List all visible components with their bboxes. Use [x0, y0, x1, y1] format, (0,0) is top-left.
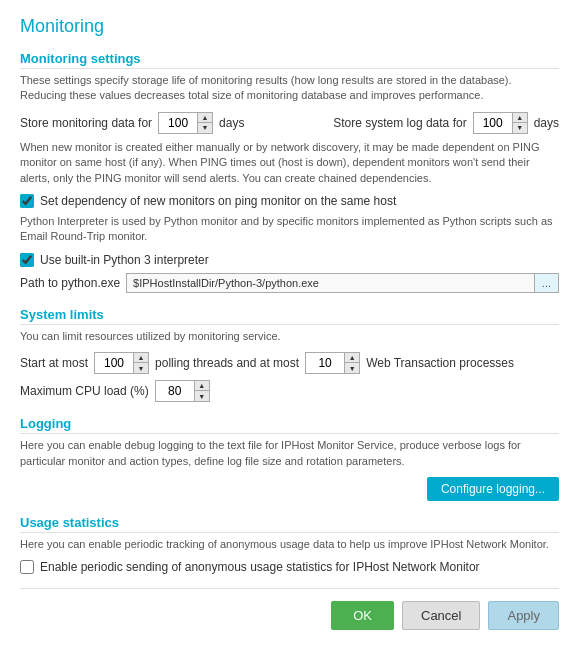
ping-checkbox-row: Set dependency of new monitors on ping m… [20, 194, 559, 208]
store-syslog-spinbox[interactable]: ▲ ▼ [473, 112, 528, 134]
python-desc: Python Interpreter is used by Python mon… [20, 214, 559, 245]
browse-button[interactable]: ... [535, 273, 559, 293]
store-data-row: Store monitoring data for ▲ ▼ days Store… [20, 112, 559, 134]
cpu-up-btn[interactable]: ▲ [195, 381, 209, 391]
start-down-btn[interactable]: ▼ [134, 363, 148, 373]
cpu-input[interactable] [156, 382, 194, 400]
usage-statistics-desc: Here you can enable periodic tracking of… [20, 537, 559, 552]
cpu-down-btn[interactable]: ▼ [195, 391, 209, 401]
store-syslog-input[interactable] [474, 114, 512, 132]
cpu-label: Maximum CPU load (%) [20, 384, 149, 398]
path-row: Path to python.exe ... [20, 273, 559, 293]
store-syslog-label-pre: Store system log data for [333, 116, 466, 130]
cpu-row: Maximum CPU load (%) ▲ ▼ [20, 380, 559, 402]
monitoring-settings-section: Monitoring settings These settings speci… [20, 51, 559, 293]
logging-section: Logging Here you can enable debug loggin… [20, 416, 559, 501]
start-at-most-row: Start at most ▲ ▼ polling threads and at… [20, 352, 559, 374]
store-syslog-spinbox-btns: ▲ ▼ [512, 113, 527, 133]
store-syslog-up-btn[interactable]: ▲ [513, 113, 527, 123]
store-data-down-btn[interactable]: ▼ [198, 123, 212, 133]
store-syslog-label-post: days [534, 116, 559, 130]
path-input[interactable] [126, 273, 535, 293]
threads-down-btn[interactable]: ▼ [345, 363, 359, 373]
page-title: Monitoring [20, 16, 559, 37]
store-data-spinbox-btns: ▲ ▼ [197, 113, 212, 133]
path-label: Path to python.exe [20, 276, 120, 290]
monitoring-settings-title: Monitoring settings [20, 51, 559, 69]
system-limits-section: System limits You can limit resources ut… [20, 307, 559, 402]
store-data-spinbox[interactable]: ▲ ▼ [158, 112, 213, 134]
start-up-btn[interactable]: ▲ [134, 353, 148, 363]
start-spinbox[interactable]: ▲ ▼ [94, 352, 149, 374]
bottom-bar: OK Cancel Apply [20, 588, 559, 630]
store-data-up-btn[interactable]: ▲ [198, 113, 212, 123]
system-limits-title: System limits [20, 307, 559, 325]
start-spinbox-btns: ▲ ▼ [133, 353, 148, 373]
cancel-button[interactable]: Cancel [402, 601, 480, 630]
start-input[interactable] [95, 354, 133, 372]
web-label: Web Transaction processes [366, 356, 514, 370]
start-label: Start at most [20, 356, 88, 370]
main-page: Monitoring Monitoring settings These set… [0, 0, 579, 664]
configure-logging-button[interactable]: Configure logging... [427, 477, 559, 501]
threads-spinbox-btns: ▲ ▼ [344, 353, 359, 373]
store-syslog-down-btn[interactable]: ▼ [513, 123, 527, 133]
system-limits-desc: You can limit resources utilized by moni… [20, 329, 559, 344]
cpu-spinbox-btns: ▲ ▼ [194, 381, 209, 401]
cpu-spinbox[interactable]: ▲ ▼ [155, 380, 210, 402]
threads-input[interactable] [306, 354, 344, 372]
python-checkbox-label: Use built-in Python 3 interpreter [40, 253, 209, 267]
usage-statistics-section: Usage statistics Here you can enable per… [20, 515, 559, 574]
usage-checkbox-row: Enable periodic sending of anonymous usa… [20, 560, 559, 574]
python-checkbox[interactable] [20, 253, 34, 267]
usage-checkbox-label: Enable periodic sending of anonymous usa… [40, 560, 480, 574]
threads-spinbox[interactable]: ▲ ▼ [305, 352, 360, 374]
monitoring-settings-desc: These settings specify storage life of m… [20, 73, 559, 104]
ping-checkbox[interactable] [20, 194, 34, 208]
store-data-input[interactable] [159, 114, 197, 132]
logging-desc: Here you can enable debug logging to the… [20, 438, 559, 469]
store-data-label-post: days [219, 116, 244, 130]
threads-up-btn[interactable]: ▲ [345, 353, 359, 363]
usage-checkbox[interactable] [20, 560, 34, 574]
store-data-label-pre: Store monitoring data for [20, 116, 152, 130]
threads-label: polling threads and at most [155, 356, 299, 370]
usage-statistics-title: Usage statistics [20, 515, 559, 533]
python-checkbox-row: Use built-in Python 3 interpreter [20, 253, 559, 267]
ping-checkbox-label: Set dependency of new monitors on ping m… [40, 194, 396, 208]
ok-button[interactable]: OK [331, 601, 394, 630]
logging-title: Logging [20, 416, 559, 434]
ping-desc: When new monitor is created either manua… [20, 140, 559, 186]
apply-button[interactable]: Apply [488, 601, 559, 630]
